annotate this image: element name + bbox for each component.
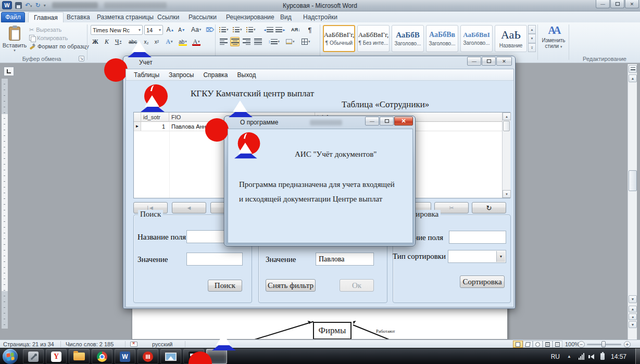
- tab-references[interactable]: Ссылки: [152, 12, 184, 22]
- clear-formatting-icon[interactable]: ⌦: [205, 25, 215, 34]
- sort-field-input[interactable]: [449, 231, 506, 244]
- zoom-out-icon[interactable]: −: [578, 341, 585, 348]
- ruler-toggle-icon[interactable]: [629, 65, 637, 73]
- tab-addins[interactable]: Надстройки: [298, 12, 343, 22]
- undo-icon[interactable]: ↶▾: [25, 2, 32, 8]
- taskbar-red-app[interactable]: [137, 349, 158, 364]
- gallery-down-icon[interactable]: ▼: [528, 34, 536, 43]
- zoom-level[interactable]: 100%: [565, 341, 580, 348]
- word-app-icon[interactable]: W: [2, 1, 12, 9]
- numbering-icon[interactable]: ▾: [232, 25, 243, 34]
- superscript-icon[interactable]: x²: [152, 37, 161, 46]
- nav-prev-button[interactable]: ◄: [172, 202, 206, 214]
- zoom-in-icon[interactable]: +: [624, 341, 631, 348]
- uchet-close-button[interactable]: ✕: [496, 57, 512, 66]
- italic-icon[interactable]: К: [102, 37, 111, 46]
- scrollbar-thumb[interactable]: [629, 170, 637, 191]
- minimize-button[interactable]: —: [596, 0, 610, 8]
- style-normal[interactable]: АаБбВвГг, ¶ Обычный: [323, 25, 355, 52]
- change-case-icon[interactable]: Аа▾: [191, 25, 202, 34]
- align-left-icon[interactable]: [219, 37, 228, 46]
- redo-icon[interactable]: ↻: [35, 2, 41, 8]
- align-center-icon[interactable]: [230, 37, 240, 46]
- draft-view-icon[interactable]: [553, 341, 562, 348]
- font-name-combo[interactable]: Times New Rc▾: [91, 25, 143, 35]
- bold-icon[interactable]: Ж: [91, 37, 100, 46]
- increase-indent-icon[interactable]: ►: [275, 25, 286, 34]
- scroll-down-icon[interactable]: ▼: [629, 295, 637, 303]
- close-button[interactable]: ✕: [625, 0, 639, 8]
- about-close-button[interactable]: ✕: [394, 117, 413, 125]
- grid-scroll-down-icon[interactable]: ▼: [503, 190, 511, 198]
- clear-filter-button[interactable]: Снять фильтр: [266, 279, 316, 292]
- print-layout-view-icon[interactable]: [513, 341, 523, 348]
- grid-scrollbar[interactable]: ▲ ▼: [502, 112, 510, 198]
- row-selector[interactable]: ►: [134, 122, 141, 131]
- grid-scroll-up-icon[interactable]: ▲: [503, 112, 511, 120]
- start-button[interactable]: [3, 349, 18, 364]
- highlight-color-icon[interactable]: ab▾: [178, 37, 187, 46]
- font-color-icon[interactable]: А▾: [192, 37, 201, 46]
- battery-icon[interactable]: [600, 353, 605, 360]
- tab-file[interactable]: Файл: [1, 12, 25, 22]
- uchet-minimize-button[interactable]: —: [467, 57, 481, 66]
- word-count[interactable]: Число слов: 2 185: [66, 341, 114, 348]
- justify-icon[interactable]: [253, 37, 262, 46]
- uchet-titlebar[interactable]: Учет: [123, 56, 515, 69]
- shading-icon[interactable]: ▾: [285, 37, 295, 46]
- reading-view-icon[interactable]: [523, 341, 533, 348]
- tab-home[interactable]: Главная: [28, 12, 64, 22]
- menu-exit[interactable]: Выход: [233, 71, 261, 79]
- vertical-scrollbar[interactable]: ▲ ▼ ▲ ● ▼: [628, 64, 637, 340]
- copy-button[interactable]: Копировать: [29, 34, 89, 42]
- borders-icon[interactable]: ▾: [301, 37, 311, 46]
- web-layout-view-icon[interactable]: [533, 341, 543, 348]
- qat-customize-icon[interactable]: ▾: [44, 3, 46, 8]
- style-heading3[interactable]: АаБбВвІ Заголово...: [460, 25, 493, 52]
- language-indicator[interactable]: русский: [152, 341, 172, 348]
- tab-page-layout[interactable]: Разметка страницы: [92, 12, 159, 22]
- clock[interactable]: 14:57: [611, 353, 626, 360]
- decrease-indent-icon[interactable]: ◄: [262, 25, 274, 34]
- taskbar-photo-viewer[interactable]: [160, 349, 181, 364]
- menu-help[interactable]: Справка: [198, 71, 232, 79]
- about-maximize-button[interactable]: [380, 117, 394, 125]
- outline-view-icon[interactable]: [543, 341, 553, 348]
- search-value-input[interactable]: [186, 253, 243, 266]
- tab-insert[interactable]: Вставка: [61, 12, 95, 22]
- line-spacing-icon[interactable]: ↕▾: [268, 37, 280, 46]
- sort-type-combo[interactable]: ▼: [448, 250, 506, 263]
- zoom-slider-thumb[interactable]: [601, 341, 606, 347]
- align-right-icon[interactable]: [242, 37, 251, 46]
- taskbar-chrome[interactable]: [92, 349, 112, 364]
- taskbar-yandex-browser[interactable]: Y: [46, 349, 67, 364]
- search-button[interactable]: Поиск: [208, 280, 242, 292]
- tab-view[interactable]: Вид: [275, 12, 297, 22]
- menu-tables[interactable]: Таблицы: [129, 71, 164, 79]
- style-heading2[interactable]: АаБбВв Заголово...: [426, 25, 458, 52]
- shrink-font-icon[interactable]: А▼: [177, 25, 186, 34]
- clipboard-dialog-launcher-icon[interactable]: ↘: [79, 56, 84, 61]
- about-titlebar[interactable]: О программе: [229, 118, 278, 127]
- previous-page-icon[interactable]: ▲: [629, 306, 637, 312]
- menu-queries[interactable]: Запросы: [164, 71, 198, 79]
- column-id-sotr[interactable]: id_sotr: [141, 112, 169, 122]
- font-size-combo[interactable]: 14▾: [144, 25, 163, 35]
- tab-stop-selector[interactable]: [4, 67, 14, 76]
- taskbar-explorer[interactable]: [69, 349, 90, 364]
- sort-button[interactable]: Сортировка: [460, 275, 505, 288]
- browse-object-icon[interactable]: ●: [629, 313, 637, 320]
- scroll-up-icon[interactable]: ▲: [629, 74, 637, 82]
- sort-icon[interactable]: АЯ↓: [291, 25, 300, 34]
- change-styles-button[interactable]: АА Изменитьстили ▾: [539, 22, 568, 63]
- next-page-icon[interactable]: ▼: [629, 321, 637, 328]
- format-painter-button[interactable]: Формат по образцу: [29, 42, 89, 51]
- about-dialog[interactable]: О программе — ✕ АИС "Учёт документов" Пр…: [224, 116, 416, 246]
- taskbar-system-tool[interactable]: [23, 349, 44, 364]
- uchet-maximize-button[interactable]: [482, 57, 496, 66]
- taskbar-word[interactable]: W: [115, 349, 135, 364]
- style-heading1[interactable]: АаБбВ Заголово...: [392, 25, 424, 52]
- show-desktop-button[interactable]: [635, 348, 640, 364]
- gallery-up-icon[interactable]: ▲: [528, 25, 536, 34]
- proofing-icon[interactable]: [130, 341, 137, 348]
